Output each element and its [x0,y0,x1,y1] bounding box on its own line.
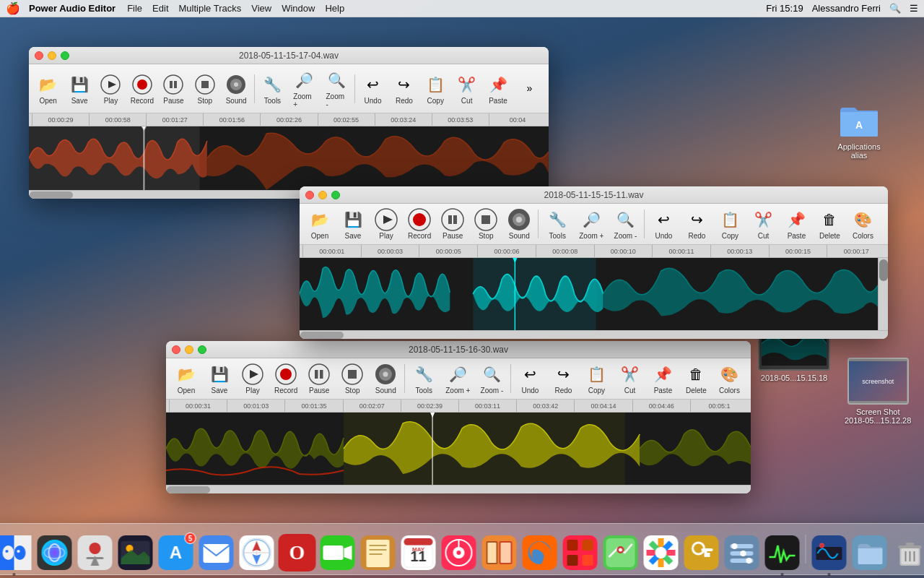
dock-audio-editor[interactable] [811,534,848,571]
menu-multiple-tracks[interactable]: Multiple Tracks [179,3,242,14]
menu-file[interactable]: File [127,3,142,14]
dock-siri[interactable] [36,534,74,571]
dock-utility[interactable] [723,534,761,571]
btn-play-3[interactable]: Play [237,361,269,396]
btn-stop-3[interactable]: Stop [336,361,368,396]
dock-photos[interactable] [642,534,680,571]
btn-open-2[interactable]: 📂 Open [304,207,336,241]
dock-books[interactable] [481,534,518,571]
btn-record-1[interactable]: Record [127,72,157,106]
btn-redo-3[interactable]: ↪ Redo [547,361,579,396]
btn-undo-2[interactable]: ↩ Undo [648,207,679,241]
dock-firefox[interactable] [521,534,559,571]
menu-edit[interactable]: Edit [152,3,168,14]
scrollbar-thumb-2[interactable] [300,332,344,339]
applications-alias-icon[interactable]: A Applications alias [830,98,888,163]
dock-appstore[interactable]: A 5 [157,534,195,571]
dock-photos-mgr[interactable] [117,534,154,571]
btn-record-3[interactable]: Record [270,361,302,396]
btn-play-2[interactable]: Play [370,207,402,241]
btn-paste-3[interactable]: 📌 Paste [647,361,679,396]
btn-undo-1[interactable]: ↩ Undo [358,72,388,106]
minimize-button-1[interactable] [48,51,56,60]
list-icon[interactable]: ☰ [910,3,918,14]
btn-cut-1[interactable]: ✂️ Cut [452,72,481,106]
btn-zoomin-2[interactable]: 🔎 Zoom + [575,207,608,241]
btn-pause-3[interactable]: Pause [303,361,335,396]
btn-more-1[interactable]: » [515,75,544,102]
menu-help[interactable]: Help [325,3,344,14]
dock-safari[interactable] [238,534,276,571]
dock-art[interactable] [562,534,599,571]
menu-window[interactable]: Window [282,3,315,14]
btn-delete-2[interactable]: 🗑 Delete [814,207,845,241]
btn-copy-3[interactable]: 📋 Copy [580,361,612,396]
btn-copy-2[interactable]: 📋 Copy [714,207,746,241]
scrollbar-wav3[interactable] [166,485,751,493]
dock-activity[interactable] [764,534,801,571]
btn-delete-3[interactable]: 🗑 Delete [680,361,712,396]
btn-colors-2[interactable]: 🎨 Colors [847,207,879,241]
btn-copy-1[interactable]: 📋 Copy [421,72,450,106]
scrollbar-thumb-1[interactable] [30,191,73,199]
btn-save-2[interactable]: 💾 Save [337,207,369,241]
btn-play-1[interactable]: Play [96,72,126,106]
btn-undo-3[interactable]: ↩ Undo [514,361,546,396]
menu-view[interactable]: View [251,3,271,14]
dock-notefile[interactable] [359,534,397,571]
btn-save-1[interactable]: 💾 Save [64,72,94,106]
dock-trash[interactable] [892,534,925,571]
search-icon[interactable]: 🔍 [889,3,901,14]
maximize-button-1[interactable] [61,51,69,60]
close-button-2[interactable] [305,191,314,199]
dock-mail[interactable] [198,534,235,571]
btn-colors-3[interactable]: 🎨 Colors [713,361,745,396]
vertical-scrollbar-2[interactable] [878,258,888,330]
dock-facetime[interactable] [319,534,357,571]
dock-launchpad[interactable] [77,534,114,571]
waveform-wav2[interactable] [300,258,888,330]
minimize-button-3[interactable] [185,345,193,354]
minimize-button-2[interactable] [318,191,327,199]
btn-save-3[interactable]: 💾 Save [204,361,235,396]
waveform-wav1[interactable] [29,126,549,190]
dock-opera[interactable]: O [279,534,316,571]
btn-zoomin-1[interactable]: 🔎 Zoom + [289,67,320,110]
btn-tools-2[interactable]: 🔧 Tools [541,207,573,241]
maximize-button-3[interactable] [198,345,206,354]
btn-paste-2[interactable]: 📌 Paste [780,207,812,241]
btn-sound-1[interactable]: Sound [221,72,250,106]
dock-calendar[interactable]: 11MAY [400,534,437,571]
btn-pause-2[interactable]: Pause [437,207,468,241]
dock-maps[interactable] [602,534,640,571]
dock-keychain[interactable] [683,534,720,571]
vscroll-thumb-2[interactable] [879,259,888,281]
btn-zoomout-1[interactable]: 🔍 Zoom - [322,67,352,110]
maximize-button-2[interactable] [331,191,340,199]
close-button-3[interactable] [172,345,180,354]
btn-tools-3[interactable]: 🔧 Tools [408,361,440,396]
btn-redo-1[interactable]: ↪ Redo [389,72,419,106]
btn-zoomin-3[interactable]: 🔎 Zoom + [441,361,474,396]
scrollbar-wav2[interactable] [300,330,888,339]
btn-zoomout-3[interactable]: 🔍 Zoom - [476,361,507,396]
dock-finder[interactable] [0,534,33,571]
dock-finder2[interactable] [851,534,889,571]
btn-open-3[interactable]: 📂 Open [170,361,202,396]
btn-open-1[interactable]: 📂 Open [33,72,63,106]
btn-zoomout-2[interactable]: 🔍 Zoom - [609,207,641,241]
btn-sound-2[interactable]: Sound [503,207,535,241]
apple-menu[interactable]: 🍎 [6,1,20,15]
btn-cut-2[interactable]: ✂️ Cut [747,207,779,241]
file-thumb-2[interactable]: screenshot Screen Shot2018-05...15.12.28 [845,358,911,425]
btn-cut-3[interactable]: ✂️ Cut [614,361,645,396]
btn-sound-3[interactable]: Sound [370,361,401,396]
dock-itunes[interactable] [440,534,478,571]
close-button-1[interactable] [35,51,43,60]
btn-stop-1[interactable]: Stop [190,72,219,106]
btn-stop-2[interactable]: Stop [470,207,502,241]
btn-record-2[interactable]: Record [404,207,435,241]
waveform-wav3[interactable] [166,413,751,485]
btn-redo-2[interactable]: ↪ Redo [681,207,712,241]
btn-pause-1[interactable]: Pause [159,72,188,106]
